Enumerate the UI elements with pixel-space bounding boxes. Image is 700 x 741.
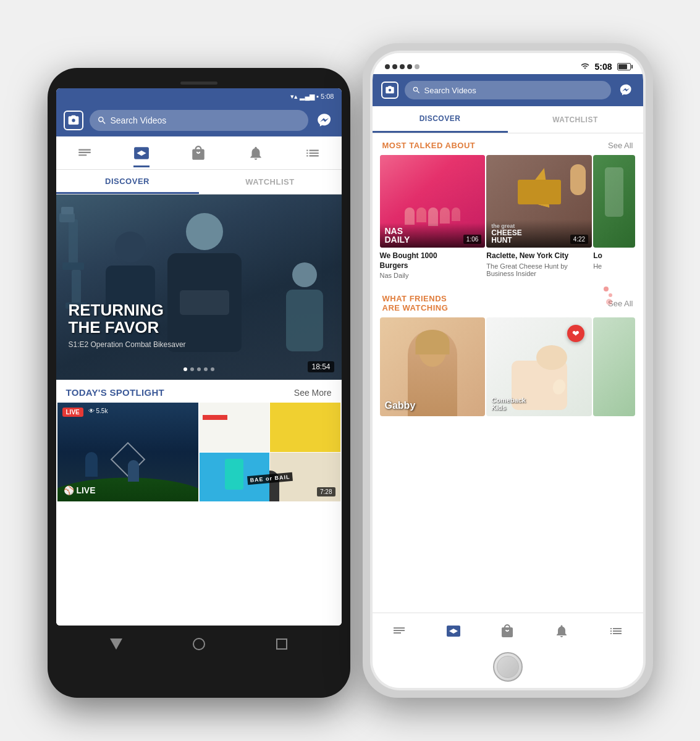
video-thumb-nas-daily[interactable]: NASDAILY 1:06 [380,155,486,248]
third-channel: He [593,262,635,270]
spotlight-live-video[interactable]: LIVE 👁 5.5k ⚾ LIVE [57,403,198,501]
video-thumb-cheese-hunt[interactable]: the great CHEESEHUNT 4:22 [486,155,592,248]
nav-menu[interactable] [305,145,321,161]
iphone-tab-discover[interactable]: DISCOVER [373,106,508,133]
android-screen: ▾▴ ▂▄▆ ▪ 5:08 Search Videos [56,88,342,626]
comeback-label: ComebackKids [491,396,526,411]
heart-float-3 [606,299,612,305]
android-tabs: DISCOVER WATCHLIST [56,170,342,195]
camera-button[interactable] [64,111,83,130]
hero-duration: 18:54 [308,361,334,372]
home-icon [193,638,205,650]
iphone-camera-button[interactable] [381,82,398,99]
svg-rect-4 [59,213,75,222]
android-top-bar [56,77,342,88]
time-display: 5:08 [321,93,334,100]
battery-icon: ▪ [316,93,319,100]
iphone: 5:08 [363,43,653,698]
gabby-hair [415,330,449,354]
most-talked-see-all[interactable]: See All [608,141,633,150]
tab-discover[interactable]: DISCOVER [56,170,199,194]
hero-dots [183,367,214,371]
iphone-messenger-button[interactable] [617,82,635,99]
recents-icon [276,638,287,650]
dot-signal-5 [415,64,420,69]
most-talked-title: MOST TALKED ABOUT [382,141,476,150]
cheese-info: Raclette, New York City The Great Cheese… [486,251,592,279]
active-tab-indicator [133,165,150,167]
messenger-button[interactable] [314,111,334,130]
android-search-placeholder: Search Videos [111,115,167,125]
iphone-inner: 5:08 [370,51,646,690]
cheese-base [518,180,561,204]
iphone-tabs: DISCOVER WATCHLIST [373,106,643,133]
cheese-title: Raclette, New York City [486,251,592,261]
wifi-icon [581,62,589,72]
hero-video-area[interactable]: RETURNING THE FAVOR S1:E2 Operation Comb… [56,195,342,380]
iphone-status-bar: 5:08 [373,53,643,72]
friends-section-header: WHAT FRIENDS ARE WATCHING See All [373,287,643,317]
android-bottom-nav [56,626,342,663]
red-bar [203,415,227,420]
iphone-content: MOST TALKED ABOUT See All [373,133,643,613]
nas-title: We Bought 1000 Burgers [380,251,486,270]
iphone-status-right: 5:08 [581,62,630,72]
home-button-inner [497,656,519,678]
iphone-tab-marketplace[interactable] [500,624,515,638]
friend-thumb-comeback[interactable]: ❤ ComebackKids [486,317,592,416]
spotlight-header: TODAY'S SPOTLIGHT See More [56,380,342,403]
iphone-header: Search Videos [373,74,643,106]
dot-signal-2 [392,64,397,69]
iphone-search-icon [412,86,421,94]
friend-thumb-third[interactable] [593,317,635,416]
bae-bail-grid [200,403,340,501]
hero-title: RETURNING THE FAVOR [69,301,186,337]
wifi-icon: ▾▴ [290,93,298,101]
nas-channel: Nas Daily [380,272,486,279]
third-video-bg [593,155,635,248]
android-phone: ▾▴ ▂▄▆ ▪ 5:08 Search Videos [48,68,350,698]
cheese-channel: The Great Cheese Hunt by Business Inside… [486,262,592,277]
iphone-tab-watchlist[interactable]: WATCHLIST [508,106,643,133]
home-button[interactable] [192,637,206,651]
grid-cell-1 [200,403,270,452]
mlb-logo: ⚾ LIVE [64,485,96,495]
see-more-link[interactable]: See More [294,388,332,398]
friends-section: WHAT FRIENDS ARE WATCHING See All [373,287,643,416]
friend-thumb-gabby[interactable]: Gabby [380,317,486,416]
main-scene: ▾▴ ▂▄▆ ▪ 5:08 Search Videos [29,25,672,716]
iphone-search-bar[interactable]: Search Videos [405,81,611,99]
back-button[interactable] [109,637,124,651]
iphone-tab-menu[interactable] [609,624,623,638]
dot-3 [197,367,201,371]
nav-newsfeed[interactable] [77,145,93,161]
nav-watch[interactable] [133,145,150,161]
tab-watchlist[interactable]: WATCHLIST [199,170,342,194]
android-status-bar: ▾▴ ▂▄▆ ▪ 5:08 [56,88,342,104]
spotlight-bae-bail[interactable]: BAE or BAIL 7:28 [200,403,340,501]
svg-rect-1 [62,262,84,270]
recents-button[interactable] [274,637,289,651]
video-thumb-third[interactable] [593,155,635,248]
live-badge: LIVE [62,408,83,417]
dot-signal-3 [400,64,405,69]
cheese-duration: 4:22 [570,235,588,244]
nav-marketplace[interactable] [190,145,206,161]
bae-bail-duration: 7:28 [317,487,335,496]
android-header: Search Videos [56,104,342,136]
video-thumbnails-row: NASDAILY 1:06 [373,155,643,248]
iphone-search-placeholder: Search Videos [424,86,476,95]
nav-notifications[interactable] [248,145,264,161]
back-icon [110,638,122,650]
iphone-tab-newsfeed[interactable] [392,624,407,638]
hand-figure [570,164,586,195]
gabby-label: Gabby [385,400,416,411]
iphone-tab-notifications[interactable] [554,624,569,638]
android-search-bar[interactable]: Search Videos [90,110,308,131]
iphone-tab-watch[interactable] [446,624,461,638]
third-friend-bg [593,317,635,416]
third-title: Lo [593,251,635,261]
status-icons: ▾▴ ▂▄▆ ▪ 5:08 [290,93,334,101]
home-button[interactable] [493,652,523,682]
live-views: 👁 5.5k [88,408,108,414]
